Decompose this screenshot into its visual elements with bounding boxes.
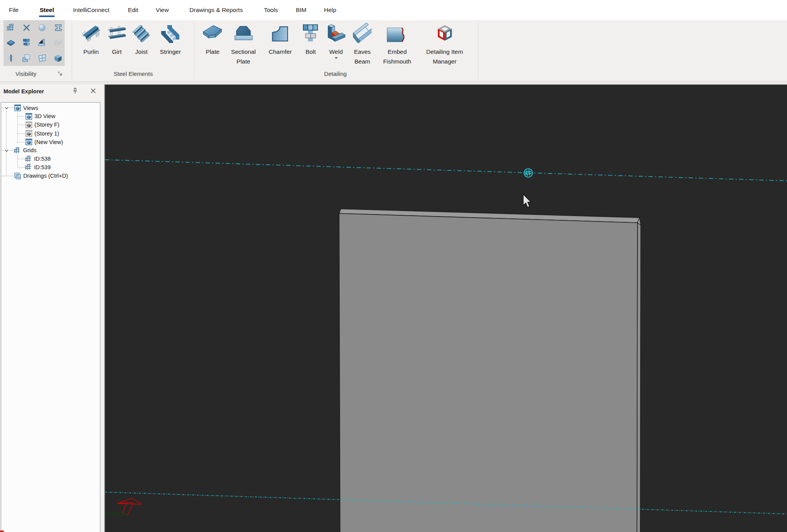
ribbon-button-girt[interactable]: Girt	[107, 20, 127, 57]
close-icon[interactable]	[90, 88, 96, 94]
bolt-icon-large	[302, 24, 319, 43]
tree-item-label: Grids	[23, 147, 37, 153]
ribbon-button-label: Joist	[132, 47, 151, 57]
tree-connector	[17, 159, 25, 159]
chamfer-icon	[272, 24, 289, 43]
plate-icon[interactable]	[6, 38, 15, 47]
menu-steel[interactable]: Steel	[40, 0, 54, 20]
angle-icon[interactable]	[37, 38, 46, 47]
ribbon-button-stringer[interactable]: Stringer	[157, 20, 184, 57]
mouse-cursor	[523, 194, 531, 207]
ribbon-button-label: Detailing Item Manager	[424, 47, 465, 66]
purlin-icon	[81, 24, 101, 43]
menu-tools[interactable]: Tools	[264, 0, 278, 20]
tree-item-id539[interactable]: ID:539	[25, 163, 51, 172]
tree-connector	[17, 134, 25, 134]
sectional-plate-icon	[234, 24, 253, 43]
tree-connector	[9, 108, 14, 108]
window-grid-icon[interactable]	[37, 53, 46, 63]
expander-chevron[interactable]	[4, 149, 9, 152]
ribbon-button-joist[interactable]: Joist	[132, 20, 151, 57]
view-icon-gray	[26, 122, 32, 128]
axes-plane-icon[interactable]	[6, 53, 15, 63]
ribbon-button-label: Eaves Beam	[352, 47, 373, 66]
sphere-icon[interactable]	[37, 23, 46, 32]
menu-drawings-reports[interactable]: Drawings & Reports	[189, 0, 243, 20]
eaves-beam-icon	[353, 24, 372, 43]
view-icon	[26, 139, 32, 145]
bolt-icon[interactable]	[22, 38, 31, 47]
group-label-steel-elements: Steel Elements	[114, 70, 153, 77]
model-tree: Views 3D View (Storey F)	[1, 102, 100, 532]
channel-icon[interactable]	[53, 38, 63, 47]
ucs-arrow	[105, 498, 142, 515]
menu-bim[interactable]: BIM	[296, 0, 307, 20]
tree-item-storey-1[interactable]: (Storey 1)	[26, 129, 59, 138]
tree-connector	[6, 111, 7, 176]
embed-fishmouth-icon	[387, 24, 408, 43]
plate-3d[interactable]	[339, 209, 641, 532]
ribbon-button-purlin[interactable]: Purlin	[79, 20, 103, 57]
menu-file[interactable]: File	[9, 0, 19, 20]
tree-item-views[interactable]: Views	[14, 104, 38, 112]
menu-help[interactable]: Help	[324, 0, 337, 20]
ribbon-button-plate[interactable]: Plate	[203, 20, 223, 57]
ribbon-button-label: Bolt	[301, 47, 320, 57]
ribbon-button-label: Embed Fishmouth	[381, 47, 414, 66]
tree-item-new-view[interactable]: (New View)	[26, 138, 63, 146]
tree-connector	[17, 125, 25, 125]
group-separator	[478, 22, 478, 79]
ribbon-button-eaves-beam[interactable]: Eaves Beam	[352, 20, 373, 66]
grid-icon	[25, 164, 32, 170]
ribbon: Visibility Steel Elements Detailing	[0, 20, 787, 81]
menu-view[interactable]: View	[156, 0, 168, 20]
viewport-3d[interactable]	[104, 84, 787, 532]
tree-connector	[2, 108, 3, 108]
panel-title: Model Explorer	[3, 88, 44, 94]
corner-red-chip	[0, 530, 4, 532]
cube-icon[interactable]	[53, 53, 63, 63]
ribbon-button-label: Purlin	[79, 47, 103, 57]
tree-item-label: (Storey F)	[34, 122, 59, 128]
ribbon-bottom-strip	[0, 81, 787, 84]
ribbon-button-weld[interactable]: Weld	[326, 20, 346, 59]
tree-item-grids[interactable]: Grids	[14, 146, 37, 154]
ribbon-button-detailing-item-manager[interactable]: Detailing Item Manager	[424, 20, 465, 66]
ribbon-button-label: Plate	[203, 47, 222, 57]
tree-item-label: ID:538	[34, 156, 51, 162]
weld-dropdown-arrow[interactable]	[334, 57, 338, 59]
active-tab-underline	[39, 15, 55, 17]
menu-intelliconnect[interactable]: IntelliConnect	[73, 0, 110, 20]
menu-edit[interactable]: Edit	[128, 0, 138, 20]
drawings-icon	[14, 173, 21, 179]
view-icon	[26, 113, 32, 120]
ribbon-button-chamfer[interactable]: Chamfer	[266, 20, 295, 57]
dialog-launcher-icon[interactable]	[58, 71, 63, 76]
grid-icon	[14, 147, 21, 154]
group-label-visibility: Visibility	[15, 70, 36, 77]
tree-item-storey-f[interactable]: (Storey F)	[26, 120, 59, 129]
group-separator	[194, 22, 194, 79]
tree-connector	[2, 176, 14, 176]
tree-item-label: ID:539	[34, 164, 51, 170]
tree-item-label: Drawings (Ctrl+D)	[23, 173, 68, 179]
tree-item-3d-view[interactable]: 3D View	[26, 112, 55, 120]
cross-icon[interactable]	[22, 23, 31, 32]
selection-box-icon[interactable]	[22, 53, 31, 63]
girt-icon	[107, 24, 127, 43]
ibeam-icon[interactable]	[53, 23, 63, 32]
group-label-detailing: Detailing	[324, 70, 347, 77]
tree-connector	[17, 154, 18, 167]
expander-chevron[interactable]	[4, 106, 9, 110]
grid-axes-icon[interactable]	[6, 23, 15, 32]
grid-icon	[25, 156, 32, 162]
ribbon-button-sectional-plate[interactable]: Sectional Plate	[229, 20, 258, 66]
pin-icon[interactable]	[72, 88, 78, 94]
ribbon-button-embed-fishmouth[interactable]: Embed Fishmouth	[381, 20, 414, 66]
ribbon-button-label: Stringer	[157, 47, 184, 57]
tree-item-drawings[interactable]: Drawings (Ctrl+D)	[14, 172, 68, 180]
tree-item-id538[interactable]: ID:538	[25, 154, 51, 163]
group-separator	[72, 22, 72, 79]
ribbon-button-bolt[interactable]: Bolt	[301, 20, 320, 57]
tree-item-label: (New View)	[34, 139, 63, 145]
